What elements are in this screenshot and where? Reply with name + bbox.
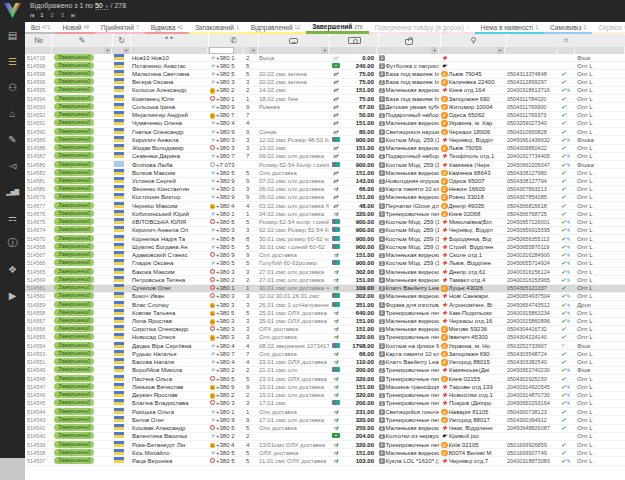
page-3[interactable]: 3 bbox=[61, 12, 64, 18]
sidebar-item-statistics[interactable]: ▂▅▇ bbox=[0, 178, 25, 204]
flag-cell bbox=[112, 276, 130, 284]
tab-7[interactable]: Завершений278 bbox=[306, 22, 368, 34]
flag-cell bbox=[112, 441, 130, 449]
page-2[interactable]: 2 bbox=[51, 12, 54, 18]
product-cell: 1Костюм Мод. 259 (1шт. x 900.00 bbox=[377, 136, 439, 144]
orders-count: 5 bbox=[244, 169, 257, 177]
header-cell-product[interactable] bbox=[379, 34, 440, 47]
filter-cell-6: ▼ bbox=[244, 47, 257, 54]
delivery-city: Нежин 16600 bbox=[449, 186, 486, 192]
sidebar-item-settings[interactable]: ⚎ bbox=[0, 204, 25, 230]
client-name: Потапенко Анастас bbox=[130, 62, 208, 70]
order-amount: 151.00 bbox=[340, 144, 377, 152]
last-page-icon[interactable]: ▶| bbox=[71, 12, 74, 18]
app-logo-icon[interactable] bbox=[4, 3, 21, 18]
sidebar-item-video[interactable]: ▶ bbox=[0, 282, 25, 308]
phone-cell: ✳+380 4 bbox=[208, 119, 244, 127]
ttn-number: 0504305121337 bbox=[505, 284, 559, 292]
tab-4[interactable]: Відмова42 bbox=[145, 22, 189, 34]
filter-dropdown-icon[interactable]: ▼ bbox=[431, 47, 438, 54]
ttn-status-cell: ✔ bbox=[559, 350, 575, 358]
sidebar-item-marketing[interactable]: ◅ bbox=[0, 152, 25, 178]
product-name: Маленькая видеокамера SQ8 * bbox=[386, 170, 439, 176]
payment-received-icon: ⇉ bbox=[331, 375, 340, 383]
order-amount: 900.00 bbox=[340, 161, 377, 169]
header-cell-status[interactable]: ✎ bbox=[53, 34, 112, 47]
phone-number: +380 9 bbox=[216, 194, 235, 200]
tab-5[interactable]: Запакований1 bbox=[189, 22, 245, 34]
product-name: Маленькая видеокамера SQ8 * bbox=[386, 326, 439, 332]
ttn-status-cell: ✔✎ bbox=[559, 86, 575, 94]
phone-number: +380 5 bbox=[216, 425, 235, 431]
tab-9[interactable]: Нема в наявності1 bbox=[475, 22, 544, 34]
sidebar-item-dashboard[interactable]: ▤ bbox=[0, 22, 25, 48]
filter-dropdown-icon[interactable]: ▼ bbox=[123, 47, 130, 54]
manager-tag: Опт L bbox=[575, 325, 625, 333]
delivery-city: Чернівці, Відділ bbox=[449, 227, 493, 233]
ukraine-flag-icon bbox=[114, 416, 124, 422]
status-badge: Завершений bbox=[54, 70, 94, 77]
product-cell: 1Колготки из нервущейся ткани bbox=[377, 432, 439, 440]
header-cell-payment[interactable] bbox=[330, 34, 377, 47]
tab-3[interactable]: Прийнятий7 bbox=[95, 22, 145, 34]
page-size-dropdown[interactable]: 50 ▼ bbox=[95, 2, 109, 10]
comment: Розмір 52-54 Колір т.синій bbox=[257, 161, 329, 169]
tab-1[interactable]: Всі471 bbox=[25, 22, 56, 34]
delivery-cell: ✚Ізюм, Відділенн bbox=[439, 424, 505, 432]
tab-label: Завершений bbox=[312, 23, 352, 30]
tab-10[interactable]: Самовивіз2 bbox=[544, 22, 592, 34]
product-cell: 1Форма для изготовления садов bbox=[377, 301, 439, 309]
filter-dropdown-icon[interactable]: ▼ bbox=[104, 47, 111, 54]
flag-cell bbox=[112, 408, 130, 416]
payment-card-icon bbox=[331, 259, 340, 267]
filter-dropdown-icon[interactable]: ▼ bbox=[250, 47, 257, 54]
payment-card-icon bbox=[332, 293, 340, 298]
sidebar-item-crm[interactable]: ✎ bbox=[0, 126, 25, 152]
ukraine-flag-icon bbox=[114, 202, 124, 208]
manager-tag: Опт L bbox=[575, 441, 625, 449]
payment-received-icon: ⇉ bbox=[331, 391, 340, 399]
flag-cell bbox=[112, 235, 130, 243]
flag-cell bbox=[112, 144, 130, 152]
sidebar-item-info[interactable]: ⓘ bbox=[0, 230, 25, 256]
header-cell-order-id[interactable]: № bbox=[25, 34, 52, 47]
tab-11[interactable]: Сервіси0 bbox=[592, 22, 625, 34]
sidebar-item-orders[interactable]: ☰ bbox=[0, 48, 25, 74]
header-cell-delivery[interactable] bbox=[441, 34, 506, 47]
filter-dropdown-icon[interactable]: ▼ bbox=[321, 47, 328, 54]
header-cell-source[interactable]: ↻ bbox=[113, 34, 131, 47]
product-name: Маленькая видеокамера SQ8 * bbox=[386, 145, 439, 151]
status-cell: Завершений bbox=[52, 161, 112, 169]
header-cell-comment[interactable] bbox=[259, 34, 330, 47]
tab-8[interactable]: Повернення товару (в дорозі)0 bbox=[369, 22, 475, 34]
ukraine-flag-icon bbox=[114, 243, 124, 249]
delivery-city: Сколе отд.1 bbox=[449, 252, 482, 258]
table-row[interactable]: 514537ЗавершенийРаца Вероніка+380 5511.0… bbox=[25, 457, 625, 465]
sidebar-item-clients[interactable]: ⚇ bbox=[0, 74, 25, 100]
status-badge: Завершений bbox=[54, 144, 94, 151]
tab-label: Нема в наявності bbox=[481, 24, 534, 31]
tab-2[interactable]: Новий48 bbox=[56, 22, 95, 34]
sidebar-item-finance[interactable]: ⌂ bbox=[0, 100, 25, 126]
delivery-city: Таірове отд.139 bbox=[449, 384, 493, 390]
check-icon: ✔ bbox=[561, 326, 566, 332]
tab-6[interactable]: Відправлений12 bbox=[245, 22, 306, 34]
page-1[interactable]: 1 bbox=[40, 12, 43, 18]
sidebar-collapse-button[interactable] bbox=[0, 458, 25, 480]
sidebar-item-security[interactable]: ❖ bbox=[0, 256, 25, 282]
product-cell: 1Клатч Baellerry Leather *1487* (1 bbox=[377, 284, 439, 292]
header-cell-client[interactable] bbox=[131, 34, 208, 47]
header-cell-phone[interactable]: ✆ bbox=[209, 34, 257, 47]
header-cell-ttn[interactable]: ⌗ bbox=[507, 34, 625, 47]
phone-cell: +380 3 bbox=[208, 325, 244, 333]
phone-filter-input[interactable] bbox=[209, 47, 234, 54]
quantity-badge: 1 bbox=[379, 401, 385, 407]
filter-dropdown-icon[interactable]: ▼ bbox=[497, 47, 504, 54]
shop-badge-icon: lc bbox=[210, 113, 215, 119]
edit-icon: ✎ bbox=[566, 400, 570, 406]
tab-label: Прийнятий bbox=[101, 24, 134, 31]
first-page-icon[interactable]: |◀ bbox=[30, 12, 33, 18]
orders-count: 2 bbox=[244, 391, 257, 399]
check-icon: ✔ bbox=[561, 96, 566, 102]
phone-number: +380 7 bbox=[216, 153, 235, 159]
